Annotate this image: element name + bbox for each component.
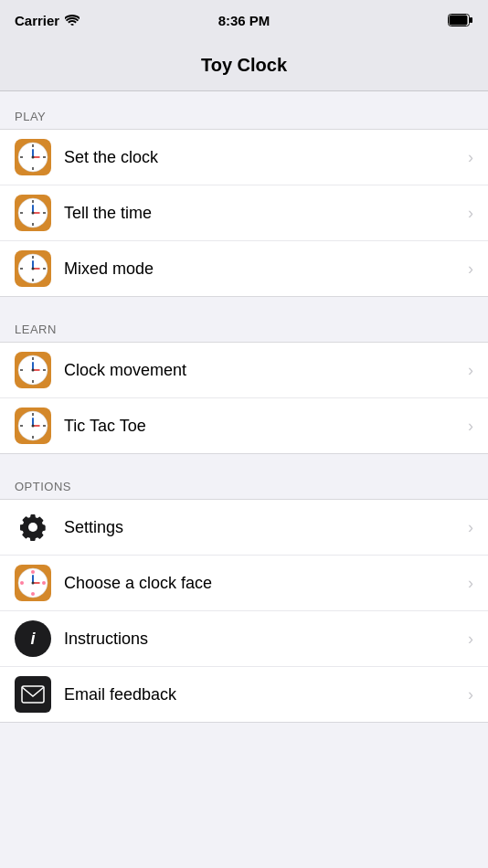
list-item-clock-face[interactable]: Choose a clock face ›: [0, 556, 488, 611]
svg-point-10: [32, 156, 35, 159]
section-list-options: Settings ›: [0, 499, 488, 723]
list-item-settings[interactable]: Settings ›: [0, 500, 488, 556]
list-item-mixed-mode[interactable]: Mixed mode ›: [0, 241, 488, 296]
chevron-tic-tac-toe: ›: [468, 417, 473, 436]
svg-rect-2: [470, 17, 472, 23]
email-icon: [15, 676, 51, 713]
label-tic-tac-toe: Tic Tac Toe: [64, 417, 468, 436]
clock-face-icon: [15, 565, 51, 601]
list-item-instructions[interactable]: i Instructions ›: [0, 611, 488, 667]
svg-rect-52: [22, 686, 44, 703]
label-instructions: Instructions: [64, 630, 468, 649]
list-item-tic-tac-toe[interactable]: Tic Tac Toe ›: [0, 398, 488, 453]
nav-title: Toy Clock: [201, 55, 287, 76]
section-header-options: OPTIONS: [0, 480, 488, 499]
clock-icon-mixed-mode: [15, 250, 51, 287]
label-settings: Settings: [64, 518, 468, 537]
content: PLAY: [0, 91, 488, 723]
status-bar: Carrier 8:36 PM: [0, 0, 488, 40]
svg-point-43: [28, 523, 37, 532]
chevron-set-clock: ›: [468, 148, 473, 167]
section-header-learn: LEARN: [0, 323, 488, 342]
svg-point-26: [32, 268, 35, 270]
svg-rect-1: [450, 16, 468, 26]
chevron-clock-movement: ›: [468, 361, 473, 380]
label-mixed-mode: Mixed mode: [64, 259, 468, 279]
clock-icon-set-clock: [15, 139, 51, 175]
gear-icon: [15, 509, 51, 545]
svg-point-18: [32, 212, 35, 215]
svg-point-45: [31, 570, 35, 574]
wifi-icon: [65, 15, 80, 26]
status-left: Carrier: [15, 13, 80, 28]
chevron-instructions: ›: [468, 630, 473, 649]
svg-point-47: [31, 592, 35, 596]
status-time: 8:36 PM: [218, 13, 271, 28]
chevron-mixed-mode: ›: [468, 259, 473, 279]
clock-icon-tell-time: [15, 195, 51, 231]
info-icon: i: [15, 620, 51, 657]
section-header-play: PLAY: [0, 110, 488, 129]
clock-icon-movement: [15, 352, 51, 388]
clock-icon-tictactoe: [15, 408, 51, 444]
label-clock-movement: Clock movement: [64, 361, 468, 380]
svg-point-46: [42, 581, 46, 585]
carrier-label: Carrier: [15, 13, 59, 28]
label-set-clock: Set the clock: [64, 148, 468, 167]
label-clock-face: Choose a clock face: [64, 574, 468, 593]
battery-icon: [448, 14, 473, 26]
section-list-learn: Clock movement › Ti: [0, 342, 488, 454]
status-right: [448, 14, 473, 26]
nav-bar: Toy Clock: [0, 40, 488, 91]
list-item-set-clock[interactable]: Set the clock ›: [0, 130, 488, 185]
svg-point-34: [32, 369, 35, 372]
label-tell-time: Tell the time: [64, 204, 468, 223]
label-email-feedback: Email feedback: [64, 685, 468, 704]
chevron-settings: ›: [468, 518, 473, 537]
list-item-email-feedback[interactable]: Email feedback ›: [0, 667, 488, 722]
chevron-clock-face: ›: [468, 574, 473, 593]
list-item-tell-time[interactable]: Tell the time ›: [0, 185, 488, 241]
chevron-email-feedback: ›: [468, 685, 473, 704]
list-item-clock-movement[interactable]: Clock movement ›: [0, 343, 488, 398]
svg-point-42: [32, 425, 35, 428]
chevron-tell-time: ›: [468, 204, 473, 223]
svg-point-51: [32, 582, 35, 585]
section-list-play: Set the clock › Tel: [0, 129, 488, 297]
svg-point-48: [20, 581, 24, 585]
